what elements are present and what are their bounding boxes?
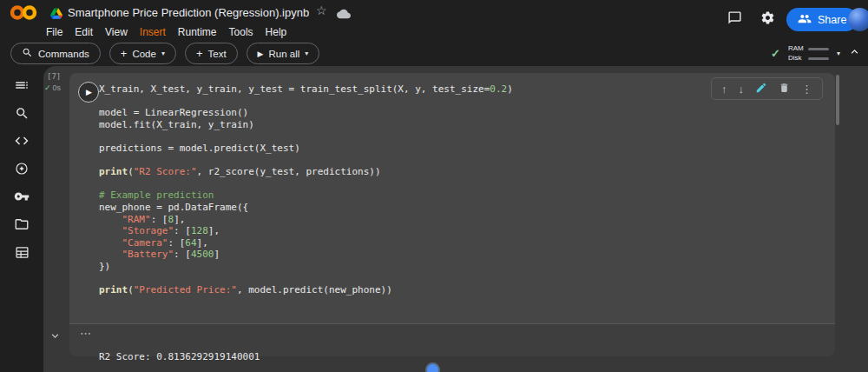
- share-people-icon: [798, 13, 812, 26]
- code-snippets-icon: [14, 133, 30, 152]
- run-all-label: Run all: [269, 49, 300, 59]
- move-cell-down-icon[interactable]: ↓: [739, 83, 745, 95]
- user-avatar[interactable]: [848, 8, 868, 31]
- add-code-button[interactable]: + Code ▾: [109, 43, 176, 64]
- share-label: Share: [818, 14, 846, 26]
- commands-label: Commands: [38, 49, 89, 59]
- add-text-button[interactable]: + Text: [185, 43, 238, 64]
- code-area: ▶ ↑ ↓ ⋮ X: [69, 73, 835, 323]
- disk-label: Disk: [788, 55, 806, 62]
- gear-icon[interactable]: [760, 10, 775, 29]
- variables-table-icon: [15, 245, 30, 263]
- play-icon: ▶: [258, 50, 264, 58]
- menu-runtime[interactable]: Runtime: [172, 26, 223, 38]
- play-icon: ▶: [86, 88, 92, 96]
- ram-gauge: [808, 48, 829, 50]
- cell-toolbar: ↑ ↓ ⋮: [711, 77, 823, 100]
- menu-insert[interactable]: Insert: [134, 26, 172, 38]
- search-icon: [22, 47, 33, 60]
- add-code-label: Code: [132, 49, 156, 59]
- toolbar-right: ✓ RAM Disk ▾: [771, 43, 861, 64]
- menubar: File Edit View Insert Runtime Tools Help: [40, 24, 293, 40]
- titlebar: Smartphone Price Prediction (Regression)…: [0, 0, 868, 24]
- sidebar-item-gemini[interactable]: [12, 161, 31, 180]
- move-cell-up-icon[interactable]: ↑: [721, 83, 727, 95]
- notebook-title[interactable]: Smartphone Price Prediction (Regression)…: [68, 6, 309, 19]
- connected-check-icon: ✓: [771, 47, 780, 60]
- sidebar-item-files[interactable]: [12, 216, 31, 236]
- drive-icon: [50, 7, 62, 23]
- menu-file[interactable]: File: [40, 26, 69, 38]
- sidebar-item-secrets[interactable]: [12, 189, 31, 208]
- add-text-label: Text: [208, 49, 227, 59]
- notebook-area: [7] ✓ 0s ▶ ↑ ↓: [43, 66, 868, 372]
- sidebar: [0, 66, 43, 372]
- disk-gauge: [808, 57, 829, 60]
- output-area: ⋯ R2 Score: 0.8136292919140001 Predicted…: [69, 323, 835, 356]
- chevron-down-icon[interactable]: ▾: [837, 50, 840, 57]
- output-options-icon[interactable]: ⋯: [80, 327, 92, 340]
- menu-view[interactable]: View: [99, 26, 134, 38]
- execution-time: 0s: [53, 83, 62, 92]
- code-editor[interactable]: X_train, X_test, y_train, y_test = train…: [99, 83, 513, 296]
- share-button[interactable]: Share: [786, 8, 858, 31]
- collapse-output-icon[interactable]: [49, 329, 62, 346]
- menu-tools[interactable]: Tools: [223, 26, 260, 38]
- comment-icon[interactable]: [727, 10, 742, 29]
- sidebar-item-code-snippets[interactable]: [12, 133, 31, 152]
- sidebar-item-toc[interactable]: [12, 77, 31, 96]
- toc-icon: [14, 77, 30, 96]
- sidebar-item-find[interactable]: [12, 105, 31, 124]
- menu-help[interactable]: Help: [260, 26, 293, 38]
- execution-status: ✓ 0s: [44, 83, 61, 92]
- sidebar-item-variables[interactable]: [12, 244, 31, 263]
- key-icon: [14, 189, 30, 208]
- colab-app: Smartphone Price Prediction (Regression)…: [0, 0, 868, 372]
- collapse-header-icon[interactable]: [848, 45, 861, 62]
- resource-monitor[interactable]: RAM Disk: [788, 45, 829, 62]
- chevron-down-icon: ▾: [161, 50, 165, 57]
- execution-count: [7]: [47, 72, 61, 81]
- cell-output: R2 Score: 0.8136292919140001 Predicted P…: [99, 328, 277, 372]
- run-cell-button[interactable]: ▶: [78, 82, 99, 103]
- delete-cell-icon[interactable]: [779, 82, 790, 96]
- code-cell: ▶ ↑ ↓ ⋮ X: [69, 73, 835, 356]
- find-icon: [15, 106, 30, 124]
- star-icon[interactable]: ☆: [316, 3, 327, 17]
- folder-icon: [14, 216, 30, 236]
- add-icon: +: [196, 47, 203, 60]
- add-icon: +: [121, 47, 128, 60]
- menu-edit[interactable]: Edit: [69, 26, 99, 38]
- gemini-spark-icon: [14, 161, 30, 180]
- toolbar: Commands + Code ▾ + Text ▶ Run all ▾: [10, 43, 319, 64]
- output-line: R2 Score: 0.8136292919140001: [99, 351, 277, 363]
- more-options-icon[interactable]: ⋮: [801, 83, 812, 95]
- run-all-button[interactable]: ▶ Run all ▾: [247, 43, 320, 64]
- cloud-save-icon: [337, 7, 351, 23]
- colab-logo-icon[interactable]: [9, 4, 38, 24]
- bottom-blue-dot[interactable]: [427, 364, 438, 372]
- ram-label: RAM: [788, 45, 806, 52]
- chevron-down-icon: ▾: [305, 50, 308, 57]
- check-icon: ✓: [44, 83, 51, 92]
- edit-pencil-icon[interactable]: [755, 82, 767, 96]
- commands-button[interactable]: Commands: [10, 43, 101, 64]
- scrollbar-thumb[interactable]: [836, 75, 839, 125]
